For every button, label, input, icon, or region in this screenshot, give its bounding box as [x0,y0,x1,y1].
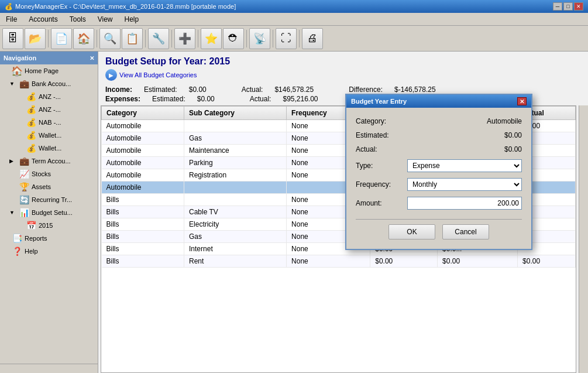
nav-tree: 🏠 Home Page ▼ 💼 Bank Accou... 💰 ANZ -...… [0,64,98,364]
table-row[interactable]: BillsRentNone$0.00$0.00$0.00 [102,255,576,268]
toolbar: 🗄 📂 📄 🏠 🔍 📋 🔧 ➕ ⭐ ⛑ 📡 ⛶ 🖨 [0,26,588,52]
wallet1-icon: 💰 [26,130,36,141]
toolbar-print-btn[interactable]: 🖨 [302,28,323,49]
toolbar-search-btn[interactable]: 🔍 [99,28,121,49]
table-cell: Automobile [102,182,184,194]
toolbar-home-btn[interactable]: 🏠 [73,28,94,49]
title-bar-text: MoneyManagerEx - C:\Dev\test_mmex_db_201… [15,3,236,10]
expander-budget: ▼ [9,210,16,215]
reports-icon: 📑 [12,233,22,244]
sidebar-item-label: Wallet... [39,132,61,139]
table-cell: Maintenance [184,145,287,157]
col-header-category: Category [102,107,184,120]
menu-file[interactable]: File [2,14,20,25]
help-icon: ❓ [12,246,22,256]
dialog-amount-input[interactable] [407,197,522,210]
table-cell [184,120,287,132]
sidebar-item-anz1[interactable]: 💰 ANZ -... [0,90,98,103]
sidebar-item-label: Home Page [25,67,59,74]
sidebar-item-label: NAB -... [39,119,61,126]
table-cell: Rent [184,255,287,268]
table-cell: Internet [184,243,287,255]
dialog-category-label: Category: [356,117,403,125]
income-estimated-amount: $0.00 [189,85,207,94]
title-bar-left: 💰 MoneyManagerEx - C:\Dev\test_mmex_db_2… [5,3,236,11]
close-button[interactable]: ✕ [574,2,583,11]
sidebar-item-reports[interactable]: 📑 Reports [0,232,98,245]
dialog-ok-button[interactable]: OK [388,224,435,239]
sidebar-item-label: Reports [25,235,47,242]
toolbar-sep-5 [198,30,198,47]
app-icon: 💰 [5,3,13,11]
income-actual-label: Actual: [242,85,263,94]
expenses-estimated-text: Estimated: [152,95,185,103]
dialog-amount-label: Amount: [356,199,403,207]
maximize-button[interactable]: □ [563,2,573,11]
view-all-button[interactable]: ▶ View All Budget Categories [105,69,581,81]
menu-accounts[interactable]: Accounts [25,14,61,25]
sidebar-item-wallet2[interactable]: 💰 Wallet... [0,142,98,155]
sidebar-item-help[interactable]: ❓ Help [0,245,98,258]
toolbar-fullscreen-btn[interactable]: ⛶ [276,28,297,49]
table-cell: None [287,255,370,268]
table-cell: Gas [184,231,287,243]
budget-icon: 📊 [19,207,29,218]
sidebar-item-label: 2015 [39,222,53,229]
main-scrollbar[interactable] [579,105,588,373]
page-title: Budget Setup for Year: 2015 [105,56,581,67]
nav-bottom-scrollbar [0,364,98,373]
sidebar-item-recurring[interactable]: 🔄 Recurring Tr... [0,193,98,206]
expenses-label: Expenses: [105,95,140,103]
sidebar-item-wallet1[interactable]: 💰 Wallet... [0,129,98,142]
table-cell: Bills [102,194,184,206]
sidebar-item-home[interactable]: 🏠 Home Page [0,64,98,77]
menu-view[interactable]: View [94,14,116,25]
income-estimated-text: Estimated: [144,85,177,94]
sidebar-item-bank[interactable]: ▼ 💼 Bank Accou... [0,77,98,90]
toolbar-sep-4 [171,30,172,47]
toolbar-new-btn[interactable]: 📄 [51,28,72,49]
dialog-category-row: Category: Automobile [356,117,522,125]
sidebar-item-budget[interactable]: ▼ 📊 Budget Setu... [0,206,98,219]
nav-close-btn[interactable]: ✕ [90,55,94,61]
sidebar-item-stocks[interactable]: 📈 Stocks [0,167,98,180]
home-icon: 🏠 [12,66,22,76]
sidebar-item-label: Term Accou... [32,158,71,165]
dialog-estimated-label: Estimated: [356,131,403,139]
expenses-actual-amount: $95,216.00 [283,95,318,103]
table-cell: Bills [102,218,184,231]
toolbar-add-btn[interactable]: ➕ [174,28,195,49]
sidebar-item-assets[interactable]: 🏆 Assets [0,180,98,193]
sidebar-item-nab[interactable]: 💰 NAB -... [0,116,98,129]
sidebar-item-2015[interactable]: 📅 2015 [0,219,98,232]
nav-title: Navigation [4,54,36,61]
sidebar-item-term[interactable]: ▶ 💼 Term Accou... [0,155,98,167]
toolbar-open-btn[interactable]: 📂 [25,28,46,49]
toolbar-sep-3 [145,30,146,47]
minimize-button[interactable]: ─ [553,2,562,11]
dialog-frequency-select[interactable]: Monthly Weekly Daily Annual None [407,178,522,191]
year-icon: 📅 [26,220,36,231]
dialog-type-select[interactable]: Expense Income [407,159,522,172]
menu-help[interactable]: Help [121,14,143,25]
toolbar-star-btn[interactable]: ⭐ [201,28,222,49]
toolbar-sep-6 [246,30,247,47]
dialog-cancel-button[interactable]: Cancel [442,224,489,239]
sidebar-item-label: Budget Setu... [32,209,73,216]
assets-icon: 🏆 [19,182,29,192]
dialog-title-bar: Budget Year Entry ✕ [346,95,531,108]
dialog-estimated-value: $0.00 [407,131,522,139]
toolbar-database-btn[interactable]: 🗄 [2,28,23,49]
toolbar-sep-7 [273,30,273,47]
table-cell: Bills [102,206,184,218]
toolbar-rss-btn[interactable]: 📡 [249,28,270,49]
toolbar-help2-btn[interactable]: ⛑ [223,28,244,49]
toolbar-filter-btn[interactable]: 📋 [122,28,143,49]
table-cell: Bills [102,243,184,255]
title-bar-controls: ─ □ ✕ [553,2,583,11]
menu-tools[interactable]: Tools [66,14,90,25]
dialog-estimated-row: Estimated: $0.00 [356,131,522,139]
dialog-close-button[interactable]: ✕ [517,97,527,105]
toolbar-tools-btn[interactable]: 🔧 [148,28,169,49]
sidebar-item-anz2[interactable]: 💰 ANZ -... [0,103,98,116]
